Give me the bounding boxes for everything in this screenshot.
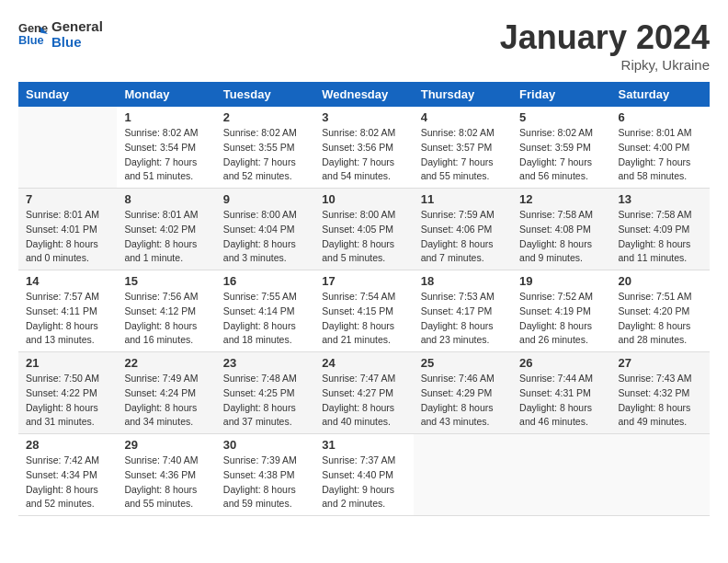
day-number: 25	[421, 356, 505, 370]
day-detail: Sunrise: 7:50 AMSunset: 4:22 PMDaylight:…	[26, 372, 109, 430]
calendar-header-row: Sunday Monday Tuesday Wednesday Thursday…	[18, 82, 710, 107]
day-detail: Sunrise: 7:55 AMSunset: 4:14 PMDaylight:…	[223, 290, 307, 348]
day-detail: Sunrise: 7:42 AMSunset: 4:34 PMDaylight:…	[26, 454, 109, 511]
day-detail: Sunrise: 8:00 AMSunset: 4:05 PMDaylight:…	[322, 208, 405, 266]
day-number: 2	[223, 110, 307, 124]
calendar-cell: 10Sunrise: 8:00 AMSunset: 4:05 PMDayligh…	[314, 189, 413, 270]
logo-icon: General Blue	[18, 19, 48, 49]
calendar-cell: 20Sunrise: 7:51 AMSunset: 4:20 PMDayligh…	[611, 270, 710, 352]
day-detail: Sunrise: 8:02 AMSunset: 3:54 PMDaylight:…	[124, 126, 208, 184]
day-detail: Sunrise: 8:02 AMSunset: 3:55 PMDaylight:…	[223, 126, 307, 184]
col-tuesday: Tuesday	[216, 82, 314, 107]
day-number: 21	[26, 356, 109, 370]
day-detail: Sunrise: 8:00 AMSunset: 4:04 PMDaylight:…	[223, 208, 307, 266]
day-number: 4	[421, 110, 505, 124]
day-number: 9	[223, 192, 307, 206]
calendar-cell: 3Sunrise: 8:02 AMSunset: 3:56 PMDaylight…	[314, 107, 413, 189]
calendar-cell: 8Sunrise: 8:01 AMSunset: 4:02 PMDaylight…	[117, 189, 215, 270]
day-detail: Sunrise: 8:01 AMSunset: 4:01 PMDaylight:…	[26, 208, 109, 266]
calendar-week-row-4: 21Sunrise: 7:50 AMSunset: 4:22 PMDayligh…	[18, 352, 710, 434]
day-number: 3	[322, 110, 405, 124]
day-detail: Sunrise: 7:49 AMSunset: 4:24 PMDaylight:…	[124, 372, 208, 430]
calendar-cell: 14Sunrise: 7:57 AMSunset: 4:11 PMDayligh…	[18, 270, 117, 352]
day-detail: Sunrise: 7:53 AMSunset: 4:17 PMDaylight:…	[421, 290, 505, 348]
day-detail: Sunrise: 7:54 AMSunset: 4:15 PMDaylight:…	[322, 290, 405, 348]
col-saturday: Saturday	[611, 82, 710, 107]
title-section: January 2024 Ripky, Ukraine	[500, 18, 710, 73]
calendar-cell: 27Sunrise: 7:43 AMSunset: 4:32 PMDayligh…	[611, 352, 710, 434]
calendar-cell: 2Sunrise: 8:02 AMSunset: 3:55 PMDaylight…	[216, 107, 314, 189]
calendar-cell	[414, 434, 512, 516]
calendar-cell: 16Sunrise: 7:55 AMSunset: 4:14 PMDayligh…	[216, 270, 314, 352]
calendar-cell: 29Sunrise: 7:40 AMSunset: 4:36 PMDayligh…	[117, 434, 215, 516]
day-number: 8	[124, 192, 208, 206]
calendar-cell: 24Sunrise: 7:47 AMSunset: 4:27 PMDayligh…	[314, 352, 413, 434]
day-detail: Sunrise: 7:59 AMSunset: 4:06 PMDaylight:…	[421, 208, 505, 266]
day-detail: Sunrise: 8:02 AMSunset: 3:57 PMDaylight:…	[421, 126, 505, 184]
calendar-cell: 6Sunrise: 8:01 AMSunset: 4:00 PMDaylight…	[611, 107, 710, 189]
day-number: 31	[322, 438, 405, 452]
day-number: 10	[322, 192, 405, 206]
calendar-cell: 7Sunrise: 8:01 AMSunset: 4:01 PMDaylight…	[18, 189, 117, 270]
calendar-cell: 25Sunrise: 7:46 AMSunset: 4:29 PMDayligh…	[414, 352, 512, 434]
day-detail: Sunrise: 8:02 AMSunset: 3:56 PMDaylight:…	[322, 126, 405, 184]
calendar-cell: 1Sunrise: 8:02 AMSunset: 3:54 PMDaylight…	[117, 107, 215, 189]
day-number: 30	[223, 438, 307, 452]
calendar-cell	[611, 434, 710, 516]
day-number: 29	[124, 438, 208, 452]
day-detail: Sunrise: 7:48 AMSunset: 4:25 PMDaylight:…	[223, 372, 307, 430]
calendar-cell: 28Sunrise: 7:42 AMSunset: 4:34 PMDayligh…	[18, 434, 117, 516]
day-number: 7	[26, 192, 109, 206]
calendar-cell: 15Sunrise: 7:56 AMSunset: 4:12 PMDayligh…	[117, 270, 215, 352]
calendar-cell: 11Sunrise: 7:59 AMSunset: 4:06 PMDayligh…	[414, 189, 512, 270]
calendar-cell: 4Sunrise: 8:02 AMSunset: 3:57 PMDaylight…	[414, 107, 512, 189]
logo: General Blue General Blue	[18, 18, 103, 50]
day-detail: Sunrise: 7:58 AMSunset: 4:08 PMDaylight:…	[519, 208, 603, 266]
day-detail: Sunrise: 7:46 AMSunset: 4:29 PMDaylight:…	[421, 372, 505, 430]
day-number: 16	[223, 274, 307, 288]
location: Ripky, Ukraine	[500, 57, 710, 73]
day-detail: Sunrise: 8:01 AMSunset: 4:00 PMDaylight:…	[619, 126, 702, 184]
calendar-cell: 5Sunrise: 8:02 AMSunset: 3:59 PMDaylight…	[512, 107, 610, 189]
day-detail: Sunrise: 7:56 AMSunset: 4:12 PMDaylight:…	[124, 290, 208, 348]
day-detail: Sunrise: 8:01 AMSunset: 4:02 PMDaylight:…	[124, 208, 208, 266]
svg-text:Blue: Blue	[18, 33, 44, 47]
day-number: 22	[124, 356, 208, 370]
calendar-cell: 21Sunrise: 7:50 AMSunset: 4:22 PMDayligh…	[18, 352, 117, 434]
calendar-cell: 23Sunrise: 7:48 AMSunset: 4:25 PMDayligh…	[216, 352, 314, 434]
col-friday: Friday	[512, 82, 610, 107]
day-number: 28	[26, 438, 109, 452]
calendar-week-row-5: 28Sunrise: 7:42 AMSunset: 4:34 PMDayligh…	[18, 434, 710, 516]
day-number: 11	[421, 192, 505, 206]
day-detail: Sunrise: 7:39 AMSunset: 4:38 PMDaylight:…	[223, 454, 307, 511]
calendar-cell: 12Sunrise: 7:58 AMSunset: 4:08 PMDayligh…	[512, 189, 610, 270]
day-number: 27	[619, 356, 702, 370]
day-number: 19	[519, 274, 603, 288]
day-number: 24	[322, 356, 405, 370]
day-detail: Sunrise: 7:51 AMSunset: 4:20 PMDaylight:…	[619, 290, 702, 348]
day-number: 17	[322, 274, 405, 288]
day-number: 15	[124, 274, 208, 288]
day-detail: Sunrise: 7:43 AMSunset: 4:32 PMDaylight:…	[619, 372, 702, 430]
day-detail: Sunrise: 7:40 AMSunset: 4:36 PMDaylight:…	[124, 454, 208, 511]
day-number: 26	[519, 356, 603, 370]
calendar-cell: 30Sunrise: 7:39 AMSunset: 4:38 PMDayligh…	[216, 434, 314, 516]
header: General Blue General Blue January 2024 R…	[18, 18, 710, 73]
calendar-cell: 22Sunrise: 7:49 AMSunset: 4:24 PMDayligh…	[117, 352, 215, 434]
month-year: January 2024	[500, 18, 710, 57]
logo-text-blue: Blue	[51, 34, 103, 50]
day-detail: Sunrise: 7:57 AMSunset: 4:11 PMDaylight:…	[26, 290, 109, 348]
calendar-cell	[18, 107, 117, 189]
day-number: 5	[519, 110, 603, 124]
calendar-cell: 31Sunrise: 7:37 AMSunset: 4:40 PMDayligh…	[314, 434, 413, 516]
calendar-week-row-3: 14Sunrise: 7:57 AMSunset: 4:11 PMDayligh…	[18, 270, 710, 352]
day-number: 1	[124, 110, 208, 124]
col-wednesday: Wednesday	[314, 82, 413, 107]
calendar-cell: 9Sunrise: 8:00 AMSunset: 4:04 PMDaylight…	[216, 189, 314, 270]
day-detail: Sunrise: 7:58 AMSunset: 4:09 PMDaylight:…	[619, 208, 702, 266]
day-number: 20	[619, 274, 702, 288]
day-number: 23	[223, 356, 307, 370]
calendar-table: Sunday Monday Tuesday Wednesday Thursday…	[18, 82, 710, 516]
calendar-week-row-1: 1Sunrise: 8:02 AMSunset: 3:54 PMDaylight…	[18, 107, 710, 189]
day-detail: Sunrise: 7:52 AMSunset: 4:19 PMDaylight:…	[519, 290, 603, 348]
